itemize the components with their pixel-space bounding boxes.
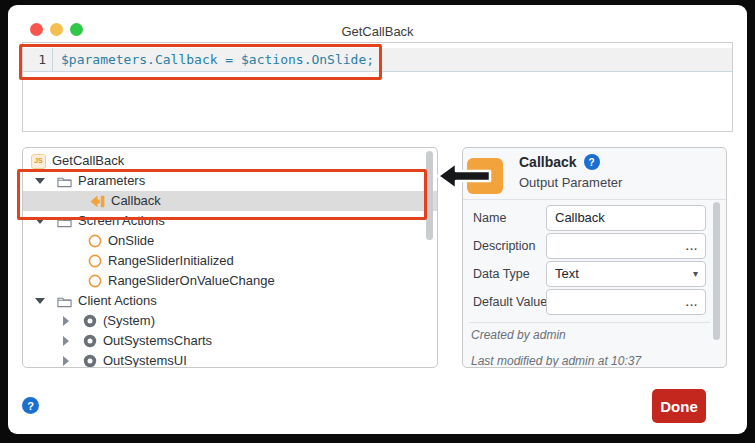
scope-tree-panel: JSGetCallBackParametersCallbackScreen Ac… — [22, 147, 438, 368]
name-field-box[interactable] — [546, 205, 706, 231]
ellipsis-icon[interactable]: ... — [686, 290, 698, 314]
created-by-text: Created by admin — [471, 328, 566, 342]
tree-item-label: GetCallBack — [52, 151, 124, 171]
ellipsis-icon[interactable]: ... — [686, 234, 698, 258]
tree-item-label: (System) — [103, 311, 155, 331]
description-input[interactable] — [555, 234, 675, 258]
done-button[interactable]: Done — [652, 389, 706, 423]
folder-icon — [57, 175, 72, 188]
tree-item-rangeslideronvaluechange[interactable]: RangeSliderOnValueChange — [23, 271, 437, 291]
name-label: Name — [473, 205, 506, 231]
tree-item-label: Client Actions — [78, 291, 157, 311]
tree-item-label: Callback — [111, 191, 161, 211]
tree-item-label: Screen Actions — [78, 211, 165, 231]
expression-editor[interactable]: 1 $parameters.Callback = $actions.OnSlid… — [22, 42, 733, 132]
expander-icon[interactable] — [35, 176, 45, 186]
properties-subtitle: Output Parameter — [519, 175, 622, 190]
field-row-name: Name — [463, 205, 726, 231]
window-title: GetCallBack — [8, 24, 747, 39]
last-modified-text: Last modified by admin at 10:37 — [471, 354, 641, 368]
title-bar: GetCallBack — [8, 5, 747, 41]
divider — [469, 322, 710, 323]
help-icon[interactable]: ? — [584, 154, 600, 170]
tree-scrollbar-thumb[interactable] — [426, 151, 433, 240]
tree-item-label: OnSlide — [108, 231, 154, 251]
tree-item-screen-actions[interactable]: Screen Actions — [23, 211, 437, 231]
line-number: 1 — [23, 48, 53, 71]
module-icon — [83, 314, 97, 328]
tree-item-outsystemscharts[interactable]: OutSystemsCharts — [23, 331, 437, 351]
tree-item-parameters[interactable]: Parameters — [23, 171, 437, 191]
default-value-field-box[interactable]: ... — [546, 289, 706, 315]
properties-title: Callback — [519, 154, 577, 170]
chevron-down-icon[interactable]: ▾ — [693, 262, 698, 286]
code-line[interactable]: 1 $parameters.Callback = $actions.OnSlid… — [23, 48, 732, 72]
name-input[interactable] — [555, 206, 675, 230]
screen-action-icon — [88, 254, 102, 268]
expander-icon[interactable] — [35, 216, 45, 226]
field-row-data-type: Data Type Text ▾ — [463, 261, 726, 287]
tree-item-label: Parameters — [78, 171, 145, 191]
output-parameter-icon — [89, 195, 105, 208]
tree-item-onslide[interactable]: OnSlide — [23, 231, 437, 251]
screen-action-icon — [88, 234, 102, 248]
tree-item-system[interactable]: (System) — [23, 311, 437, 331]
expander-icon[interactable] — [61, 356, 71, 366]
tree-item-label: RangeSliderInitialized — [108, 251, 234, 271]
tree-item-getcallback[interactable]: JSGetCallBack — [23, 151, 437, 171]
data-type-value: Text — [555, 262, 675, 286]
help-icon[interactable]: ? — [22, 397, 39, 414]
tree-item-label: OutSystemsUI — [103, 351, 187, 367]
field-row-default-value: Default Value ... — [463, 289, 726, 315]
tree-item-client-actions[interactable]: Client Actions — [23, 291, 437, 311]
module-icon — [83, 334, 97, 348]
default-value-input[interactable] — [555, 290, 675, 314]
data-type-label: Data Type — [473, 261, 530, 287]
screen-action-icon — [88, 274, 102, 288]
properties-scrollbar-thumb[interactable] — [713, 202, 720, 340]
expander-icon[interactable] — [61, 336, 71, 346]
tree-item-label: OutSystemsCharts — [103, 331, 212, 351]
tree-item-rangesliderinitialized[interactable]: RangeSliderInitialized — [23, 251, 437, 271]
folder-icon — [57, 295, 72, 308]
module-icon — [83, 354, 97, 367]
data-type-select[interactable]: Text ▾ — [546, 261, 706, 287]
js-file-icon: JS — [31, 154, 46, 169]
field-row-description: Description ... — [463, 233, 726, 259]
tree-item-outsystemsui[interactable]: OutSystemsUI — [23, 351, 437, 367]
expander-icon[interactable] — [61, 316, 71, 326]
tree: JSGetCallBackParametersCallbackScreen Ac… — [23, 148, 437, 367]
description-field-box[interactable]: ... — [546, 233, 706, 259]
output-parameter-arrow-icon — [436, 160, 494, 192]
expander-icon[interactable] — [35, 296, 45, 306]
folder-icon — [57, 215, 72, 228]
tree-item-label: RangeSliderOnValueChange — [108, 271, 275, 291]
tree-item-callback[interactable]: Callback — [23, 191, 437, 211]
default-value-label: Default Value — [473, 289, 547, 315]
code-text[interactable]: $parameters.Callback = $actions.OnSlide; — [53, 52, 374, 67]
description-label: Description — [473, 233, 536, 259]
